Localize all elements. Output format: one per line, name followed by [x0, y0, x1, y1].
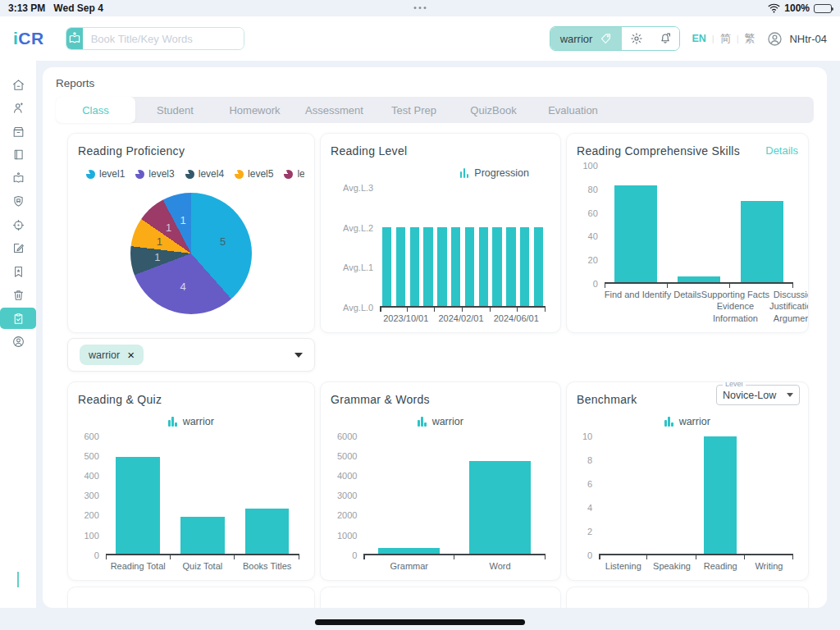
tab-test-prep[interactable]: Test Prep [374, 97, 454, 123]
sidebar-item-trash[interactable] [0, 285, 36, 306]
tab-homework[interactable]: Homework [215, 97, 294, 123]
date: Wed Sep 4 [53, 2, 103, 14]
bar [378, 548, 440, 554]
wifi-icon [768, 3, 780, 13]
search-input[interactable] [83, 28, 244, 49]
panel-benchmark: Benchmark Level Novice-Low warrior024681… [566, 381, 809, 581]
tab-student[interactable]: Student [135, 97, 215, 123]
plot-area [363, 436, 546, 555]
panel-reading-proficiency: Reading Proficiency level1level3level4le… [67, 133, 315, 333]
legend-item-level3[interactable]: level3 [135, 168, 174, 180]
bar-chart-icon [664, 417, 673, 427]
sidebar-item-account[interactable] [0, 331, 36, 353]
notifications-button[interactable] [651, 27, 679, 50]
sidebar-item-open-book[interactable] [0, 167, 36, 189]
y-axis: Avg.L.0Avg.L.1Avg.L.2Avg.L.3 [331, 188, 380, 308]
bar-slot [408, 188, 422, 306]
axis-tick [170, 555, 171, 559]
tab-evaluation[interactable]: Evaluation [533, 97, 613, 123]
notebook-icon [11, 148, 25, 162]
axis-tick [792, 555, 793, 559]
sidebar-item-target[interactable] [0, 214, 36, 235]
y-tick-label: 600 [84, 431, 98, 441]
bar-chart-icon [460, 168, 469, 178]
bar [180, 517, 225, 554]
reading-quiz-chart: warrior0100200300400500600Reading TotalQ… [78, 408, 304, 572]
lang-en[interactable]: EN [692, 33, 705, 44]
dropdown-caret-icon [294, 353, 303, 358]
student-filter-select[interactable]: warrior × [67, 338, 315, 372]
bookmark-star-icon [11, 265, 25, 279]
lang-traditional[interactable]: 繁 [744, 31, 755, 46]
bar-slot [171, 436, 235, 554]
bar-slot [696, 436, 745, 554]
archive-icon [11, 125, 25, 139]
sidebar-item-bookmark-star[interactable] [0, 261, 36, 282]
x-category-label: Books Titles [235, 560, 299, 572]
details-link[interactable]: Details [765, 144, 798, 157]
bar [423, 227, 432, 306]
sidebar-item-users[interactable] [0, 98, 36, 119]
battery-percent: 100% [784, 2, 810, 14]
benchmark-level-select[interactable]: Level Novice-Low [716, 385, 800, 405]
axis-tick [729, 284, 730, 288]
sidebar-item-archive[interactable] [0, 121, 36, 142]
y-tick-label: 4 [587, 503, 592, 513]
legend-label: Progression [474, 167, 529, 179]
legend-label: warrior [183, 416, 214, 427]
bar-chart-icon [168, 417, 177, 427]
bar [704, 436, 737, 554]
bell-icon [659, 32, 672, 45]
panel-title: Reading Proficiency [78, 144, 185, 158]
bar-slot [449, 188, 463, 306]
settings-button[interactable] [622, 27, 651, 50]
bar [469, 461, 531, 554]
x-category-label: Word [454, 560, 546, 572]
pie-icon [185, 170, 194, 179]
bar [245, 509, 290, 553]
axis-tick [792, 284, 793, 288]
bar-slot [394, 188, 408, 306]
y-tick-label: 6 [587, 479, 592, 489]
tab-quizbook[interactable]: QuizBook [454, 97, 533, 123]
chart-legend: Progression [331, 165, 550, 181]
chart-body: 020406080100 [577, 166, 798, 284]
sidebar-item-edit-note[interactable] [0, 238, 36, 259]
sidebar-item-home[interactable] [0, 74, 36, 95]
home-indicator[interactable] [315, 619, 525, 625]
target-icon [11, 218, 25, 232]
bar-slot [491, 188, 504, 306]
y-tick-label: 0 [94, 550, 99, 560]
x-category-label: Find and Identify Details [605, 289, 701, 324]
sidebar-item-notebook[interactable] [0, 144, 36, 166]
tab-assessment[interactable]: Assessment [294, 97, 374, 123]
panel-reading-level: Reading Level ProgressionAvg.L.0Avg.L.1A… [320, 133, 561, 333]
y-tick-label: 100 [582, 161, 597, 171]
legend-item-level5[interactable]: level5 [235, 168, 273, 180]
y-tick-label: Avg.L.0 [343, 303, 373, 313]
lang-simplified[interactable]: 简 [720, 31, 731, 46]
grammar-words-chart: warrior0100020003000400050006000GrammarW… [331, 408, 550, 572]
pie-legend: level1level3level4level5level6 [78, 166, 304, 182]
keyword-chip[interactable]: warrior [550, 27, 623, 50]
bar [116, 457, 160, 554]
tab-class[interactable]: Class [56, 97, 135, 123]
bar-slot [454, 436, 546, 554]
bar-slot [477, 188, 491, 306]
legend-item-level6[interactable]: level6 [284, 168, 304, 180]
sidebar-item-shield[interactable] [0, 191, 36, 212]
x-category-label: Reading [696, 560, 745, 572]
y-tick-label: 80 [588, 185, 598, 194]
reading-level-chart: ProgressionAvg.L.0Avg.L.1Avg.L.2Avg.L.32… [331, 159, 550, 324]
user-menu[interactable]: NHtr-04 [766, 30, 827, 48]
sidebar-item-clipboard-check[interactable] [0, 308, 36, 329]
legend-item-level1[interactable]: level1 [86, 168, 125, 180]
sidebar-expand-button[interactable] [17, 573, 19, 588]
axis-tick [517, 308, 518, 312]
reading-proficiency-chart: level1level3level4level5level6541111 [78, 159, 304, 324]
pie-icon [135, 170, 144, 179]
bar-slot [363, 436, 454, 554]
bar [479, 227, 488, 306]
remove-chip-icon[interactable]: × [127, 349, 135, 361]
legend-item-level4[interactable]: level4 [185, 168, 224, 180]
